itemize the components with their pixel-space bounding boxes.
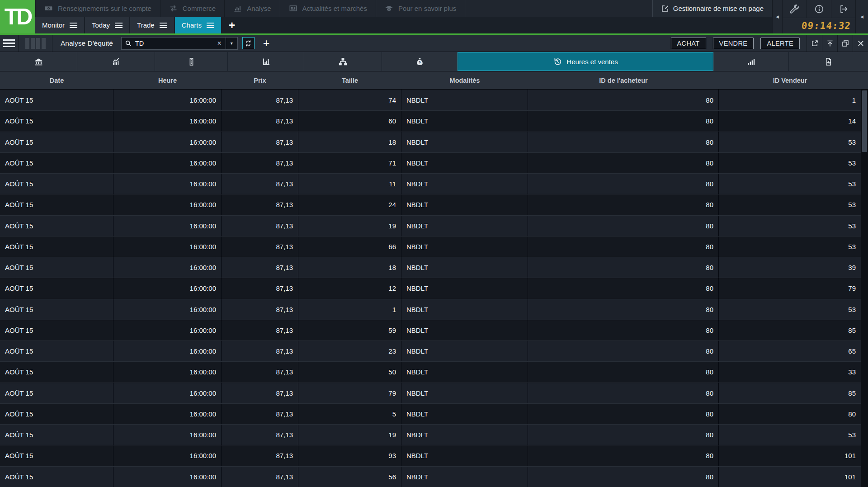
table-cell-id_acheteur: 80	[528, 111, 719, 131]
layout-manager-button[interactable]: Gestionnaire de mise en page	[652, 0, 772, 17]
clear-search-icon[interactable]: ×	[213, 40, 226, 47]
volume-chart-icon	[261, 57, 271, 66]
add-symbol-button[interactable]: +	[260, 38, 273, 49]
info-button[interactable]	[807, 0, 831, 18]
tab-menu-icon[interactable]	[207, 23, 214, 28]
scrollbar-thumb[interactable]	[862, 90, 867, 152]
view-tab[interactable]	[0, 52, 77, 71]
vertical-scrollbar[interactable]	[861, 90, 868, 487]
symbol-search-input[interactable]	[135, 40, 213, 47]
table-cell-heure: 16:00:00	[113, 194, 222, 215]
view-tab[interactable]	[155, 52, 228, 71]
dock-to-top-button[interactable]	[822, 35, 837, 52]
table-row[interactable]: AOÛT 1516:00:0087,1319NBDLT8053	[0, 424, 861, 445]
view-tab[interactable]	[304, 52, 382, 71]
sell-button[interactable]: VENDRE	[713, 38, 754, 49]
view-tab[interactable]	[789, 52, 868, 71]
alert-button[interactable]: ALERTE	[760, 38, 800, 49]
column-header[interactable]: ID Vendeur	[719, 71, 861, 89]
workspace-tab[interactable]: Charts	[175, 17, 221, 33]
table-row[interactable]: AOÛT 1516:00:0087,1366NBDLT8053	[0, 236, 861, 257]
table-cell-id_acheteur: 80	[528, 236, 719, 257]
add-workspace-tab-button[interactable]: +	[222, 17, 242, 33]
table-row[interactable]: AOÛT 1516:00:0087,1312NBDLT8079	[0, 278, 861, 298]
main-nav-item[interactable]: Renseignements sur le compte	[36, 0, 160, 17]
logout-button[interactable]	[831, 0, 855, 18]
table-cell-date: AOÛT 15	[0, 132, 113, 152]
refresh-button[interactable]	[242, 37, 255, 49]
view-tab[interactable]	[228, 52, 304, 71]
view-tab-strip: $ Heures et ventes	[0, 52, 868, 71]
table-row[interactable]: AOÛT 1516:00:0087,1371NBDLT8053	[0, 152, 861, 173]
column-header[interactable]: Heure	[113, 71, 222, 89]
table-row[interactable]: AOÛT 1516:00:0087,1360NBDLT8014	[0, 110, 861, 131]
workspace-tab[interactable]: Trade	[130, 17, 174, 33]
table-cell-heure: 16:00:00	[113, 153, 222, 173]
column-header[interactable]: ID de l'acheteur	[528, 71, 719, 89]
workspace-tab[interactable]: Monitor	[35, 17, 84, 33]
table-row[interactable]: AOÛT 1516:00:0087,1374NBDLT801	[0, 90, 861, 110]
table-row[interactable]: AOÛT 1516:00:0087,135NBDLT8080	[0, 403, 861, 424]
workspace-tab-label: Today	[92, 21, 110, 29]
hamburger-icon	[3, 39, 15, 47]
wrench-icon	[790, 4, 800, 14]
table-cell-prix: 87,13	[222, 216, 298, 236]
view-tab[interactable]: Heures et ventes	[458, 52, 713, 71]
collapse-panel-arrow-left[interactable]: ◀	[773, 0, 783, 33]
column-header[interactable]: Taille	[298, 71, 401, 89]
table-row[interactable]: AOÛT 1516:00:0087,1350NBDLT8033	[0, 361, 861, 382]
table-row[interactable]: AOÛT 1516:00:0087,1311NBDLT8053	[0, 173, 861, 194]
table-row[interactable]: AOÛT 1516:00:0087,1323NBDLT8065	[0, 340, 861, 361]
hierarchy-icon	[338, 57, 348, 66]
table-cell-taille: 71	[298, 153, 401, 173]
main-nav-item[interactable]: Pour en savoir plus	[376, 0, 465, 17]
popout-window-button[interactable]	[807, 35, 822, 52]
close-widget-button[interactable]	[853, 35, 868, 52]
tab-menu-icon[interactable]	[160, 23, 167, 28]
main-nav-item[interactable]: Actualités et marchés	[280, 0, 376, 17]
table-cell-taille: 66	[298, 236, 401, 257]
column-header[interactable]: Date	[0, 71, 113, 89]
layout-columns-icon[interactable]	[19, 38, 52, 49]
widget-menu-button[interactable]	[0, 39, 18, 47]
main-nav-item[interactable]: Commerce	[160, 0, 225, 17]
table-cell-id_acheteur: 80	[528, 90, 719, 110]
view-tab[interactable]: $	[382, 52, 458, 71]
table-cell-id_vendeur: 39	[719, 257, 861, 278]
view-tab-label: Heures et ventes	[566, 58, 618, 66]
table-cell-id_acheteur: 80	[528, 174, 719, 194]
main-nav-item[interactable]: Analyse	[225, 0, 280, 17]
table-row[interactable]: AOÛT 1516:00:0087,1359NBDLT8085	[0, 320, 861, 340]
table-cell-id_vendeur: 65	[719, 341, 861, 361]
tab-menu-icon[interactable]	[115, 23, 123, 28]
table-row[interactable]: AOÛT 1516:00:0087,131NBDLT8053	[0, 299, 861, 320]
to-top-icon	[826, 39, 834, 47]
tab-menu-icon[interactable]	[70, 23, 77, 28]
table-cell-modalites: NBDLT	[401, 320, 528, 340]
column-header[interactable]: Prix	[222, 71, 298, 89]
table-cell-id_vendeur: 53	[719, 299, 861, 320]
table-row[interactable]: AOÛT 1516:00:0087,1324NBDLT8053	[0, 194, 861, 215]
table-row[interactable]: AOÛT 1516:00:0087,1319NBDLT8053	[0, 215, 861, 236]
table-cell-date: AOÛT 15	[0, 383, 113, 403]
collapse-panel-arrow-right[interactable]: ◀	[855, 0, 868, 33]
cascade-windows-button[interactable]	[837, 35, 853, 52]
table-row[interactable]: AOÛT 1516:00:0087,1318NBDLT8053	[0, 132, 861, 152]
table-row[interactable]: AOÛT 1516:00:0087,1379NBDLT8085	[0, 383, 861, 403]
table-cell-heure: 16:00:00	[113, 90, 222, 110]
trend-chart-icon	[111, 57, 121, 66]
table-row[interactable]: AOÛT 1516:00:0087,1356NBDLT80101	[0, 466, 861, 487]
workspace-tab-label: Monitor	[42, 21, 65, 29]
table-row[interactable]: AOÛT 1516:00:0087,1393NBDLT80101	[0, 445, 861, 466]
view-tab[interactable]	[77, 52, 155, 71]
workspace-tab[interactable]: Today	[85, 17, 129, 33]
table-cell-heure: 16:00:00	[113, 445, 222, 466]
symbol-dropdown-button[interactable]: ▾	[226, 38, 237, 49]
table-row[interactable]: AOÛT 1516:00:0087,1318NBDLT8039	[0, 257, 861, 278]
table-cell-modalites: NBDLT	[401, 278, 528, 298]
view-tab[interactable]	[713, 52, 789, 71]
table-cell-id_vendeur: 101	[719, 467, 861, 487]
column-header[interactable]: Modalités	[401, 71, 528, 89]
buy-button[interactable]: ACHAT	[671, 38, 706, 49]
settings-wrench-button[interactable]	[783, 0, 807, 18]
